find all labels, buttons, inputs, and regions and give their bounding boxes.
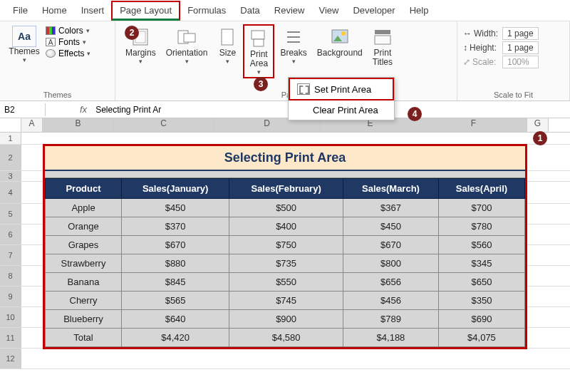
- col-header-g[interactable]: G: [527, 118, 549, 132]
- cell-value[interactable]: $670: [122, 236, 229, 254]
- tab-insert[interactable]: Insert: [74, 2, 112, 19]
- effects-button[interactable]: Effects▾: [46, 48, 105, 58]
- row-header-11[interactable]: 11: [0, 328, 21, 348]
- cell-value[interactable]: $700: [438, 199, 524, 217]
- row-header-8[interactable]: 8: [0, 266, 21, 286]
- svg-point-12: [341, 31, 346, 36]
- breaks-button[interactable]: Breaks▾: [276, 24, 311, 66]
- cell-value[interactable]: $780: [438, 217, 524, 236]
- col-header-a[interactable]: A: [21, 118, 43, 132]
- row-header-4[interactable]: 4: [0, 182, 21, 203]
- cell-value[interactable]: $400: [229, 217, 343, 236]
- tab-view[interactable]: View: [311, 2, 346, 19]
- row-header-7[interactable]: 7: [0, 245, 21, 265]
- cell-value[interactable]: $345: [438, 254, 524, 273]
- chevron-down-icon: ▾: [139, 58, 142, 65]
- cell-value[interactable]: $560: [438, 236, 524, 254]
- background-button[interactable]: Background: [313, 24, 367, 59]
- tab-formulas[interactable]: Formulas: [180, 2, 233, 19]
- svg-rect-6: [254, 39, 264, 46]
- row-header-6[interactable]: 6: [0, 225, 21, 244]
- cell-value[interactable]: $350: [438, 292, 524, 310]
- row-header-2[interactable]: 2: [0, 145, 21, 170]
- cell-product[interactable]: Banana: [46, 273, 122, 292]
- cell-value[interactable]: $367: [343, 199, 439, 217]
- cell-value[interactable]: $690: [438, 310, 524, 329]
- cell-value[interactable]: $565: [122, 292, 229, 310]
- cell-product[interactable]: Blueberry: [46, 310, 122, 329]
- cell-value[interactable]: $640: [122, 310, 229, 329]
- cell-value[interactable]: $4,580: [229, 329, 343, 347]
- themes-label: Themes: [9, 47, 39, 56]
- chevron-down-icon: ▾: [226, 58, 229, 65]
- size-button[interactable]: Size▾: [213, 24, 242, 66]
- th-apr: Sales(April): [438, 179, 524, 199]
- tab-developer[interactable]: Developer: [346, 2, 402, 19]
- row-header-5[interactable]: 5: [0, 204, 21, 224]
- print-area-button[interactable]: Print Area▾: [243, 24, 274, 78]
- cell-value[interactable]: $789: [343, 310, 439, 329]
- row-header-3[interactable]: 3: [0, 171, 21, 181]
- chevron-down-icon: ▾: [292, 58, 296, 65]
- clear-print-area-item[interactable]: Clear Print Area: [289, 100, 394, 120]
- tab-page-layout[interactable]: Page Layout: [111, 1, 180, 21]
- table-row: Orange$370$400$450$780: [46, 217, 525, 236]
- themes-icon: Aa: [12, 26, 36, 47]
- tab-review[interactable]: Review: [267, 2, 312, 19]
- width-icon: ↔: [463, 29, 472, 38]
- row-header-1[interactable]: 1: [0, 133, 21, 144]
- cell-value[interactable]: $4,188: [343, 329, 439, 347]
- row-header-9[interactable]: 9: [0, 287, 21, 306]
- chevron-down-icon: ▾: [257, 68, 261, 76]
- fonts-label: Fonts: [58, 37, 80, 47]
- col-header-c[interactable]: C: [114, 118, 214, 132]
- cell-value[interactable]: $450: [343, 217, 439, 236]
- fonts-button[interactable]: AFonts▾: [46, 37, 105, 47]
- select-all-corner[interactable]: [0, 118, 21, 132]
- cell-value[interactable]: $4,075: [438, 329, 524, 347]
- cell-value[interactable]: $750: [229, 236, 343, 254]
- name-box[interactable]: B2: [0, 103, 46, 116]
- cell-product[interactable]: Orange: [46, 217, 122, 236]
- row-header-12[interactable]: 12: [0, 349, 21, 368]
- height-select[interactable]: 1 page: [502, 41, 539, 54]
- width-select[interactable]: 1 page: [502, 27, 539, 40]
- cell-product[interactable]: Apple: [46, 199, 122, 217]
- tab-help[interactable]: Help: [403, 2, 436, 19]
- tab-data[interactable]: Data: [233, 2, 266, 19]
- cell-value[interactable]: $735: [229, 254, 343, 273]
- col-header-b[interactable]: B: [43, 118, 114, 132]
- cell-value[interactable]: $450: [122, 199, 229, 217]
- cell-value[interactable]: $745: [229, 292, 343, 310]
- cell-value[interactable]: $800: [343, 254, 439, 273]
- size-label: Size: [219, 48, 236, 58]
- cell-value[interactable]: $900: [229, 310, 343, 329]
- cell-product[interactable]: Total: [46, 329, 122, 347]
- row-header-10[interactable]: 10: [0, 307, 21, 327]
- cell-product[interactable]: Grapes: [46, 236, 122, 254]
- cell-value[interactable]: $4,420: [122, 329, 229, 347]
- cell-value[interactable]: $500: [229, 199, 343, 217]
- cell-value[interactable]: $370: [122, 217, 229, 236]
- fx-icon[interactable]: fx: [74, 104, 93, 115]
- set-print-area-item[interactable]: Set Print Area: [289, 78, 394, 100]
- cell-value[interactable]: $650: [438, 273, 524, 292]
- cell-value[interactable]: $670: [343, 236, 439, 254]
- cell-product[interactable]: Strawberry: [46, 254, 122, 273]
- themes-button[interactable]: Aa Themes ▾: [6, 24, 43, 65]
- sheet-area[interactable]: 1 2 3 4 5 6 7 8 9 10 11 12 1 Selecting P…: [0, 133, 570, 369]
- tab-file[interactable]: File: [6, 2, 35, 19]
- col-header-f[interactable]: F: [420, 118, 527, 132]
- cell-value[interactable]: $456: [343, 292, 439, 310]
- cell-product[interactable]: Cherry: [46, 292, 122, 310]
- cell-value[interactable]: $656: [343, 273, 439, 292]
- cell-value[interactable]: $880: [122, 254, 229, 273]
- scale-label: ⤢Scale:: [463, 56, 498, 68]
- print-titles-button[interactable]: Print Titles: [368, 24, 397, 68]
- cell-value[interactable]: $845: [122, 273, 229, 292]
- orientation-button[interactable]: Orientation▾: [162, 24, 212, 66]
- tab-home[interactable]: Home: [35, 2, 74, 19]
- cell-value[interactable]: $550: [229, 273, 343, 292]
- height-icon: ↕: [463, 43, 467, 53]
- colors-button[interactable]: Colors▾: [46, 26, 105, 36]
